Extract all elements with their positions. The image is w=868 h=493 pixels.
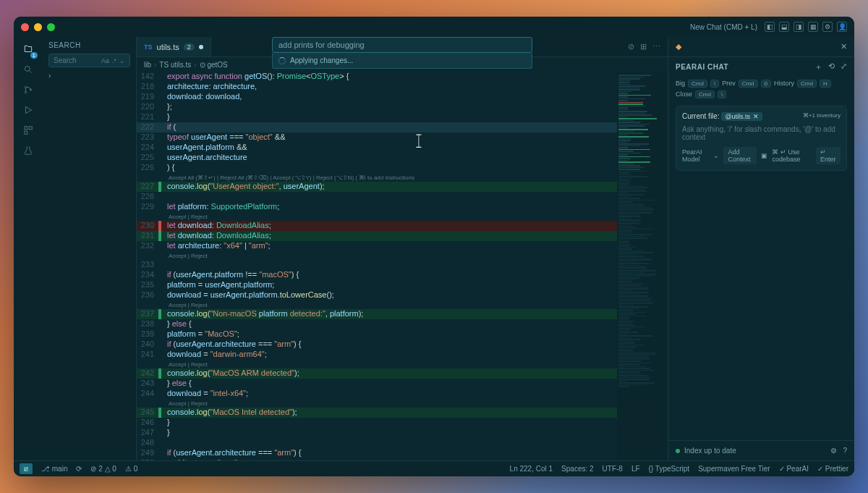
code-line[interactable]: 247 } [137, 428, 617, 438]
sync-icon[interactable]: ⟳ [76, 465, 82, 473]
new-chat-icon[interactable]: ＋ [814, 62, 822, 72]
help-icon[interactable]: ? [843, 447, 847, 455]
index-status-label: Index up to date [684, 447, 736, 455]
code-line[interactable]: 223 typeof userAgent === "object" && [137, 132, 617, 143]
supermaven[interactable]: Supermaven Free Tier [698, 465, 770, 473]
word-icon[interactable]: ⌄ [119, 57, 125, 64]
image-icon[interactable]: ▣ [761, 152, 767, 159]
code-line[interactable]: 222 if ( [137, 122, 617, 132]
svg-point-0 [25, 66, 30, 71]
code-line[interactable]: 229 let platform: SupportedPlatform; [137, 202, 617, 212]
code-line[interactable]: 246 } [137, 418, 617, 428]
codelens[interactable]: Accept All (⌘⇧↵) | Reject All (⌘⇧⌫) | Ac… [137, 173, 617, 182]
language[interactable]: {} TypeScript [649, 465, 690, 473]
remote-icon[interactable]: ⎚ [20, 463, 33, 474]
code-line[interactable]: 242 console.log("MacOS ARM detected"); [137, 368, 617, 379]
settings-icon[interactable]: ⚙ [830, 447, 837, 455]
file-chip[interactable]: @utils.ts ✕ [721, 112, 762, 121]
maximize-window[interactable] [47, 23, 55, 31]
split-icon[interactable]: ⊞ [640, 42, 647, 51]
profile-icon[interactable]: 👤 [837, 22, 847, 32]
palette-input[interactable] [272, 37, 532, 53]
toggle-secondary-icon[interactable]: ◨ [793, 22, 804, 32]
code-line[interactable]: 142export async function getOS(): Promis… [137, 72, 617, 82]
code-line[interactable]: 235 platform = userAgent.platform; [137, 280, 617, 290]
codelens[interactable]: Accept | Reject [137, 360, 617, 368]
run-debug-icon[interactable] [20, 102, 36, 118]
code-line[interactable]: 249 if (userAgent.architecture === "arm"… [137, 448, 617, 458]
command-palette: Applying changes... [272, 37, 532, 69]
sidebar-title: SEARCH [48, 41, 130, 49]
prettier-status[interactable]: ✓ Prettier [817, 465, 848, 473]
code-line[interactable]: 226 ) { [137, 163, 617, 173]
warnings[interactable]: ⚠ 0 [125, 465, 137, 473]
history-icon[interactable]: ⟲ [828, 62, 835, 72]
codelens[interactable]: Accept | Reject [137, 212, 617, 221]
code-line[interactable]: 231 let download: DownloadAlias; [137, 231, 617, 241]
enter-button[interactable]: ↵ Enter [816, 147, 841, 164]
eol[interactable]: LF [631, 465, 640, 473]
explorer-icon[interactable]: 1 [20, 41, 36, 57]
revert-icon[interactable]: ⊘ [628, 42, 634, 51]
search-icon[interactable] [20, 62, 36, 77]
code-line[interactable]: 233 [137, 260, 617, 270]
code-line[interactable]: 219 download: download, [137, 92, 617, 102]
code-line[interactable]: 234 if (userAgent.platform !== "macOS") … [137, 270, 617, 280]
code-line[interactable]: 230 let download: DownloadAlias; [137, 221, 617, 231]
close-window[interactable] [21, 23, 29, 31]
test-icon[interactable] [20, 143, 36, 159]
problems[interactable]: ⊘ 2 △ 0 [90, 465, 116, 473]
codelens[interactable]: Accept | Reject [137, 399, 617, 408]
code-line[interactable]: 236 download = userAgent.platform.toLowe… [137, 290, 617, 300]
chat-input[interactable]: Ask anything, '/' for slash commands, '@… [682, 125, 841, 141]
more-icon[interactable]: ⋯ [652, 42, 660, 51]
code-line[interactable]: 220 }; [137, 102, 617, 112]
git-branch[interactable]: ⎇ main [41, 465, 67, 473]
close-panel-icon[interactable]: ✕ [841, 42, 847, 51]
code-line[interactable]: 244 download = "intel-x64"; [137, 389, 617, 399]
gear-icon[interactable]: ⚙ [822, 22, 833, 32]
code-line[interactable]: 241 download = "darwin-arm64"; [137, 350, 617, 360]
code-line[interactable]: 248 [137, 438, 617, 448]
dirty-indicator [199, 45, 203, 49]
cursor-position[interactable]: Ln 222, Col 1 [510, 465, 553, 473]
source-control-icon[interactable] [20, 82, 36, 98]
minimap[interactable] [617, 72, 668, 460]
new-chat-hint[interactable]: New Chat (CMD + L) [690, 23, 757, 31]
regex-icon[interactable]: .* [112, 57, 116, 64]
code-line[interactable]: 245 console.log("MacOS Intel detected"); [137, 408, 617, 418]
code-line[interactable]: 225 userAgent.architecture [137, 153, 617, 163]
encoding[interactable]: UTF-8 [603, 465, 623, 473]
code-line[interactable]: 218 architecture: architecture, [137, 82, 617, 92]
codelens[interactable]: Accept | Reject [137, 251, 617, 260]
expand-icon[interactable]: ⤢ [841, 62, 847, 72]
minimize-window[interactable] [34, 23, 42, 31]
search-input[interactable]: Search Aa .* ⌄ [48, 54, 130, 67]
toggle-sidebar-icon[interactable]: ◧ [765, 22, 775, 32]
toggle-panel-icon[interactable]: ⬓ [779, 22, 789, 32]
match-case-icon[interactable]: Aa [101, 57, 109, 64]
grid-icon[interactable]: ▦ [808, 22, 818, 32]
indent[interactable]: Spaces: 2 [561, 465, 593, 473]
code-line[interactable]: 238 } else { [137, 319, 617, 329]
code-line[interactable]: 232 let architecture: "x64" | "arm"; [137, 241, 617, 251]
model-selector[interactable]: PearAI Model [682, 148, 709, 163]
code-editor[interactable]: 142export async function getOS(): Promis… [137, 72, 668, 460]
code-line[interactable]: 228 [137, 192, 617, 202]
code-line[interactable]: 221 } [137, 112, 617, 122]
tab-utils[interactable]: TS utils.ts 2 [137, 37, 211, 56]
pearai-status[interactable]: ✓ PearAI [779, 465, 809, 473]
code-line[interactable]: 227 console.log("UserAgent object:", use… [137, 182, 617, 192]
extensions-icon[interactable] [20, 122, 36, 138]
codelens[interactable]: Accept | Reject [137, 300, 617, 309]
palette-status: Applying changes... [272, 53, 532, 69]
code-line[interactable]: 237 console.log("Non-macOS platform dete… [137, 309, 617, 319]
spinner-icon [278, 57, 286, 64]
add-context-button[interactable]: Add Context [723, 147, 757, 164]
code-line[interactable]: 239 platform = "MacOS"; [137, 329, 617, 340]
code-line[interactable]: 243 } else { [137, 379, 617, 389]
code-line[interactable]: 240 if (userAgent.architecture === "arm"… [137, 340, 617, 350]
code-line[interactable]: 224 userAgent.platform && [137, 143, 617, 153]
code-line[interactable]: 250 architecture = "arm"; [137, 458, 617, 460]
search-details-toggle[interactable]: › [48, 72, 130, 80]
